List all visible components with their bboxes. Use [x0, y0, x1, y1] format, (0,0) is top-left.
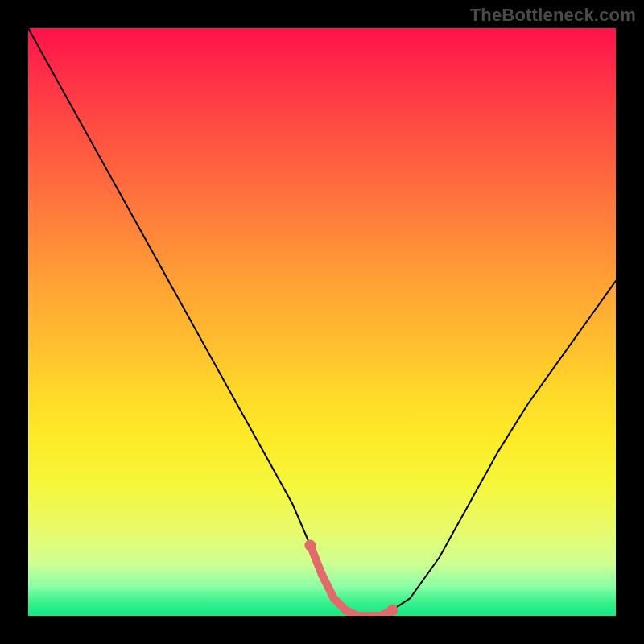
plot-area: [28, 28, 616, 616]
curve-svg: [28, 28, 616, 616]
optimal-dot: [341, 606, 349, 614]
optimal-dot: [318, 571, 326, 579]
bottleneck-curve-line: [28, 28, 616, 616]
optimal-dot: [387, 605, 398, 616]
optimal-dot: [330, 594, 338, 602]
watermark-text: TheBottleneck.com: [470, 5, 636, 26]
optimal-segment-dots: [304, 539, 398, 616]
chart-frame: TheBottleneck.com: [0, 0, 644, 644]
optimal-segment-marker: [310, 545, 392, 616]
optimal-dot: [304, 539, 316, 551]
